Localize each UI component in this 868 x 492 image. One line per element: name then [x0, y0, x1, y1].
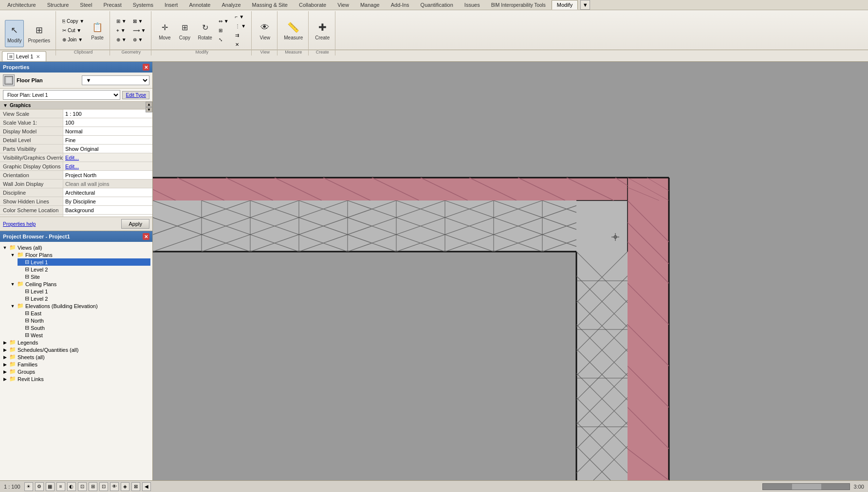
- navigation-arrow[interactable]: ◀: [142, 482, 151, 491]
- expand-groups[interactable]: ▶: [2, 369, 8, 375]
- expand-views[interactable]: ▼: [2, 245, 8, 251]
- tab-massing[interactable]: Massing & Site: [247, 0, 293, 10]
- tab-structure[interactable]: Structure: [42, 0, 74, 10]
- tree-revit-links[interactable]: ▶ 📁 Revit Links: [2, 375, 150, 383]
- tree-level1[interactable]: ⊟ Level 1: [18, 258, 150, 266]
- tree-legends[interactable]: ▶ 📁 Legends: [2, 339, 150, 346]
- properties-help-link[interactable]: Properties help: [3, 221, 36, 227]
- rotate-button[interactable]: ↻ Rotate: [195, 17, 214, 44]
- tree-level2[interactable]: ⊟ Level 2: [18, 266, 150, 273]
- tab-issues[interactable]: Issues: [459, 0, 485, 10]
- tree-east[interactable]: ⊟ East: [18, 310, 150, 317]
- prop-value-scale[interactable]: 1 : 100: [63, 109, 152, 118]
- prop-value-color-scheme-loc[interactable]: Background: [63, 206, 152, 214]
- canvas-area[interactable]: [153, 62, 868, 480]
- apply-button[interactable]: Apply: [121, 219, 149, 229]
- tree-west[interactable]: ⊟ West: [18, 331, 150, 339]
- expand-floor-plans[interactable]: ▼: [10, 252, 16, 258]
- modify-button[interactable]: ↖ Modify: [5, 20, 24, 47]
- geometry-btn3[interactable]: ⊕ ▼: [114, 36, 129, 44]
- expand-ceiling[interactable]: ▼: [10, 281, 16, 287]
- tree-floor-plans[interactable]: ▼ 📁 Floor Plans: [10, 251, 150, 258]
- create-button[interactable]: ✚ Create: [313, 17, 332, 44]
- geometry-btn5[interactable]: ⟿ ▼: [130, 26, 148, 35]
- prop-value-detail-level[interactable]: Fine: [63, 136, 152, 144]
- properties-button[interactable]: ⊞ Properties: [25, 20, 53, 47]
- scroll-down[interactable]: ▼: [146, 107, 152, 112]
- tab-analyze[interactable]: Analyze: [216, 0, 246, 10]
- prop-value-color-scheme[interactable]: <none>: [63, 215, 152, 217]
- view-btn[interactable]: 👁 View: [256, 17, 274, 44]
- sun-path-icon[interactable]: ☀: [24, 482, 33, 491]
- tab-annotate[interactable]: Annotate: [184, 0, 216, 10]
- unlock-icon[interactable]: ⊡: [99, 482, 108, 491]
- view-tab-level1[interactable]: ⊟ Level 1 ✕: [2, 51, 46, 61]
- crop-icon[interactable]: ⊡: [78, 482, 87, 491]
- expand-elevations[interactable]: ▼: [10, 303, 16, 309]
- tab-steel[interactable]: Steel: [74, 0, 97, 10]
- thin-lines-icon[interactable]: ≡: [56, 482, 65, 491]
- prop-value-graphic-display[interactable]: Edit...: [63, 162, 152, 170]
- join-button[interactable]: ⊕ Join ▼: [60, 36, 87, 44]
- tree-site[interactable]: ⊟ Site: [18, 273, 150, 280]
- tree-elevations[interactable]: ▼ 📁 Elevations (Building Elevation): [10, 302, 150, 310]
- shadow-icon[interactable]: ◐: [67, 482, 76, 491]
- cut-button[interactable]: ✂ Cut ▼: [60, 26, 87, 35]
- move-button[interactable]: ✛ Move: [155, 17, 174, 44]
- quick-access-options[interactable]: ▼: [580, 0, 590, 10]
- tab-precast[interactable]: Precast: [98, 0, 127, 10]
- geometry-btn4[interactable]: ⊠ ▼: [130, 17, 148, 26]
- offset-btn[interactable]: ⇉: [233, 31, 249, 39]
- prop-value-vg-overrides[interactable]: Edit...: [63, 153, 152, 162]
- copy-tool-button[interactable]: ⊞ Copy: [175, 17, 194, 44]
- model-graphics-icon[interactable]: ▦: [46, 482, 55, 491]
- expand-revit-links[interactable]: ▶: [2, 376, 8, 382]
- tab-architecture[interactable]: Architecture: [2, 0, 41, 10]
- expand-sheets[interactable]: ▶: [2, 354, 8, 360]
- view-plan-dropdown[interactable]: Floor Plan: Level 1: [3, 90, 120, 100]
- show-crop-icon[interactable]: ⊞: [89, 482, 97, 491]
- prop-value-parts-visibility[interactable]: Show Original: [63, 145, 152, 153]
- split-btn[interactable]: ⋮ ▼: [233, 21, 249, 30]
- properties-panel-close[interactable]: ✕: [143, 64, 149, 71]
- tree-south[interactable]: ⊟ South: [18, 324, 150, 331]
- prop-value-hidden-lines[interactable]: By Discipline: [63, 197, 152, 205]
- tree-schedules[interactable]: ▶ 📁 Schedules/Quantities (all): [2, 346, 150, 353]
- paste-button[interactable]: 📋 Paste: [88, 17, 107, 44]
- tab-insert[interactable]: Insert: [159, 0, 184, 10]
- temp-hide-icon[interactable]: 👁: [110, 482, 119, 491]
- analysis-display-icon[interactable]: ◈: [121, 482, 129, 491]
- tree-views-all[interactable]: ▼ 📁 Views (all): [2, 244, 150, 251]
- tree-sheets[interactable]: ▶ 📁 Sheets (all): [2, 353, 150, 361]
- edit-type-button[interactable]: Edit Type: [122, 91, 149, 99]
- scroll-up[interactable]: ▲: [146, 102, 152, 107]
- tree-families[interactable]: ▶ 📁 Families: [2, 361, 150, 368]
- view-tab-close[interactable]: ✕: [35, 54, 41, 59]
- prop-value-orientation[interactable]: Project North: [63, 171, 152, 179]
- expand-legends[interactable]: ▶: [2, 340, 8, 346]
- geometry-btn2[interactable]: ⌖ ▼: [114, 26, 129, 35]
- tab-manage[interactable]: Manage: [355, 0, 385, 10]
- scale-btn[interactable]: ⤡: [216, 36, 231, 44]
- highlight-displace-icon[interactable]: ⊠: [131, 482, 140, 491]
- prop-value-discipline[interactable]: Architectural: [63, 188, 152, 197]
- tab-addins[interactable]: Add-Ins: [386, 0, 415, 10]
- tab-quantification[interactable]: Quantification: [415, 0, 459, 10]
- tree-ceiling-plans[interactable]: ▼ 📁 Ceiling Plans: [10, 280, 150, 288]
- prop-value-display-model[interactable]: Normal: [63, 127, 152, 135]
- graphics-section-header[interactable]: ▼ Graphics: [0, 102, 152, 109]
- geometry-btn1[interactable]: ⊞ ▼: [114, 17, 129, 26]
- tab-collaborate[interactable]: Collaborate: [294, 0, 332, 10]
- type-dropdown[interactable]: ▼: [82, 75, 150, 85]
- tree-groups[interactable]: ▶ 📁 Groups: [2, 368, 150, 375]
- tab-bim[interactable]: BIM Interoperability Tools: [486, 0, 551, 10]
- trim-btn[interactable]: ⌐ ▼: [233, 12, 249, 21]
- tree-ceiling-level2[interactable]: ⊟ Level 2: [18, 295, 150, 302]
- mirror-btn[interactable]: ⇔ ▼: [216, 17, 231, 26]
- copy-button[interactable]: ⎘ Copy ▼: [60, 17, 87, 26]
- measure-button[interactable]: 📏 Measure: [281, 17, 305, 44]
- tab-modify[interactable]: Modify: [552, 0, 578, 10]
- array-btn[interactable]: ⊞: [216, 26, 231, 35]
- render-icon[interactable]: ⚙: [35, 482, 44, 491]
- tree-ceiling-level1[interactable]: ⊟ Level 1: [18, 288, 150, 295]
